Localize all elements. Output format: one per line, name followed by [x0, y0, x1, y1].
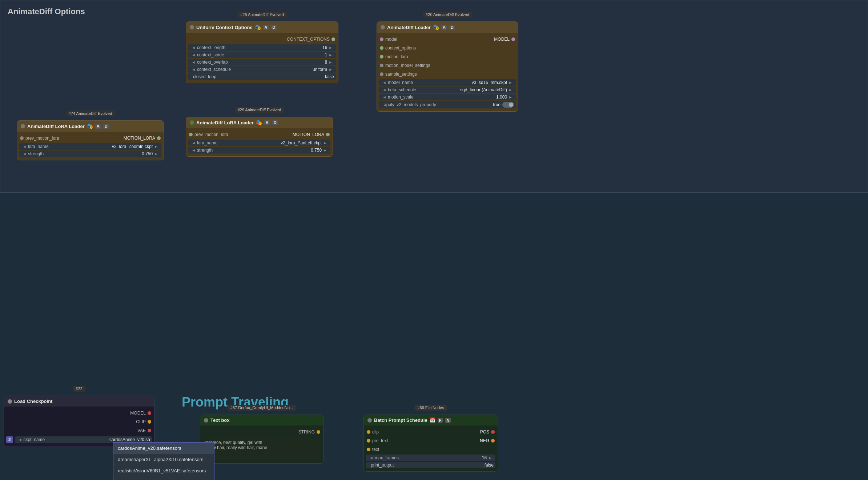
ckpt-badge: 2 — [6, 436, 13, 443]
field-label: context_overlap — [197, 60, 325, 65]
badge-d: D — [103, 124, 109, 129]
node-title: Uniform Context Options — [196, 25, 253, 30]
label-clip: CLIP — [7, 419, 146, 424]
status-dot — [204, 418, 208, 423]
clip-connector — [367, 430, 370, 434]
arrow-right[interactable]: ► — [327, 60, 334, 64]
arrow-right[interactable]: ► — [153, 152, 160, 156]
neg-output — [491, 439, 495, 443]
field-strength-74: ◄ strength 0.750 ► — [19, 151, 161, 157]
dropdown-item-0[interactable]: cardosAnime_v20.safetensors — [113, 443, 214, 454]
row-clip-out: CLIP — [4, 417, 154, 426]
arrow-right[interactable]: ► — [327, 53, 334, 57]
badge-d: D — [272, 120, 278, 125]
arrow-right[interactable]: ► — [507, 95, 514, 99]
arrow-right[interactable]: ► — [487, 456, 494, 460]
field-label: strength — [197, 148, 311, 153]
arrow-right[interactable]: ► — [507, 88, 514, 92]
clip-out-dot — [148, 420, 151, 424]
row-model: model MODEL — [377, 35, 518, 44]
badge-f: F — [438, 418, 443, 423]
badge-n: N — [445, 418, 451, 423]
context-output-dot — [331, 37, 335, 41]
arrow-left[interactable]: ◄ — [190, 60, 197, 64]
node-emoji: 🎭 — [256, 120, 262, 125]
label-motion-lora: motion_lora — [385, 54, 515, 59]
node-tag-22: #22 — [73, 386, 85, 392]
row-prev-motion: prev_motion_lora MOTION_LORA — [17, 134, 164, 143]
field-strength-29: ◄ strength 0.750 ► — [188, 147, 330, 153]
text-connector — [367, 448, 370, 451]
arrow-left[interactable]: ◄ — [21, 144, 28, 149]
field-context-length: ◄ context_length 16 ► — [188, 44, 336, 51]
arrow-left[interactable]: ◄ — [381, 95, 388, 99]
arrow-right[interactable]: ► — [327, 67, 334, 72]
label-pretext: pre_text — [372, 438, 480, 443]
row-clip: clip POS — [364, 428, 498, 436]
node-body-lora74: prev_motion_lora MOTION_LORA ◄ lora_name… — [17, 132, 164, 160]
sample-connector — [380, 72, 383, 76]
motion-lora-output — [157, 136, 161, 140]
arrow-left[interactable]: ◄ — [190, 141, 197, 145]
toggle-v2[interactable] — [502, 102, 514, 108]
arrow-left[interactable]: ◄ — [190, 148, 197, 152]
arrow-left[interactable]: ◄ — [21, 152, 28, 156]
node-emoji: 🎭 — [433, 24, 439, 30]
dropdown-item-3[interactable]: sd_xl_base_1.0.safetensors — [113, 476, 214, 480]
node-title: AnimateDiff Loader — [387, 25, 431, 30]
arrow-left[interactable]: ◄ — [368, 456, 375, 460]
node-body-checkpoint: MODEL CLIP VAE 2 ◄ ckpt_name cardosAnime… — [4, 407, 154, 447]
label-vae: VAE — [7, 428, 146, 433]
node-body-textbox: STRING terpiece, best quality, girl with… — [200, 425, 323, 463]
field-label: ckpt_name — [24, 437, 109, 442]
model-connector — [380, 37, 383, 41]
node-load-checkpoint: #22 Load Checkpoint MODEL CLIP VAE 2 ◄ — [4, 396, 154, 447]
arrow-left[interactable]: ◄ — [381, 80, 388, 85]
arrow-left[interactable]: ◄ — [190, 67, 197, 72]
arrow-left[interactable]: ◄ — [190, 45, 197, 50]
label-string: STRING — [203, 429, 315, 435]
arrow-right[interactable]: ► — [153, 144, 160, 149]
field-label: strength — [28, 151, 142, 156]
node-emoji: 🎭 — [87, 123, 93, 129]
arrow-left[interactable]: ◄ — [381, 88, 388, 92]
context-connector — [380, 46, 383, 50]
label-prev-motion: prev_motion_lora — [25, 136, 124, 141]
node-body-batch: clip POS pre_text NEG text ◄ max_frames … — [364, 425, 498, 471]
node-body-uniform: CONTEXT_OPTIONS ◄ context_length 16 ► ◄ … — [186, 33, 338, 83]
dropdown-item-1[interactable]: dreamshaperXL_alpha2Xl10.safetensors — [113, 454, 214, 465]
arrow-left[interactable]: ◄ — [190, 53, 197, 57]
arrow-left[interactable]: ◄ — [17, 437, 24, 442]
arrow-right[interactable]: ► — [322, 148, 329, 152]
top-section: AnimateDiff Options #25 AnimateDiff Evol… — [0, 0, 868, 193]
field-label: model_name — [388, 80, 472, 85]
arrow-right[interactable]: ► — [507, 80, 514, 85]
label-model: model — [385, 37, 494, 42]
arrow-right[interactable]: ► — [327, 45, 334, 50]
text-content[interactable]: terpiece, best quality, girl with nbow h… — [203, 438, 320, 460]
arrow-right[interactable]: ► — [322, 141, 329, 145]
field-value: false — [485, 463, 494, 468]
output-neg: NEG — [480, 438, 489, 443]
row-sample: sample_settings — [377, 70, 518, 79]
node-title: Load Checkpoint — [14, 399, 52, 404]
label-text: text — [372, 447, 495, 452]
node-title: Batch Prompt Schedule — [374, 417, 427, 423]
dropdown-menu[interactable]: cardosAnime_v20.safetensors dreamshaperX… — [113, 442, 214, 480]
node-badge-d: D — [271, 25, 277, 30]
model-output — [511, 37, 515, 41]
node-body-loader: model MODEL context_options motion_lora … — [377, 33, 518, 111]
pretext-connector — [367, 439, 370, 443]
field-context-schedule: ◄ context_schedule uniform ► — [188, 66, 336, 73]
dropdown-item-2[interactable]: realisticVisionV60B1_v51VAE.safetensors — [113, 465, 214, 476]
badge-d: D — [449, 25, 455, 30]
field-closed-loop: closed_loop false — [188, 73, 336, 80]
field-lora-name-74: ◄ lora_name v2_lora_ZoomIn.ckpt ► — [19, 143, 161, 150]
row-context: context_options — [377, 44, 518, 52]
node-header-lora74: AnimateDiff LoRA Loader 🎭 A D — [17, 121, 164, 132]
row-prev-motion-29: prev_motion_lora MOTION_LORA — [186, 130, 333, 139]
node-lora-74: #74 AnimateDiff Evolved AnimateDiff LoRA… — [17, 120, 164, 160]
field-context-stride: ◄ context_stride 1 ► — [188, 52, 336, 58]
status-dot — [21, 124, 25, 128]
status-dot — [190, 25, 194, 29]
